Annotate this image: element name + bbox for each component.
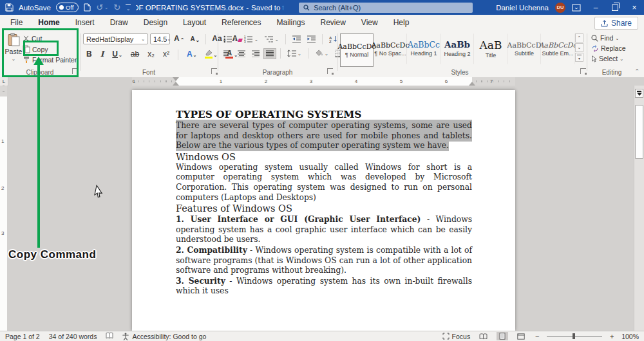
new-document-icon[interactable] xyxy=(84,3,91,12)
zoom-in-button[interactable]: + xyxy=(609,333,615,340)
align-left-button[interactable] xyxy=(222,49,233,59)
page-indicator[interactable]: Page 1 of 2 xyxy=(5,333,40,340)
user-name[interactable]: Daniel Uchenna xyxy=(496,4,549,12)
multilevel-list-button[interactable]: ⌄ xyxy=(263,34,281,44)
web-layout-button[interactable] xyxy=(515,333,527,340)
feature-paragraph[interactable]: 2. Compatibility - Windows operating sys… xyxy=(176,245,472,276)
read-mode-button[interactable] xyxy=(477,333,490,340)
accessibility-checker[interactable]: Accessibility: Good to go xyxy=(122,333,206,340)
style-sample: AaBbCcDc xyxy=(371,42,409,49)
right-indent-marker[interactable] xyxy=(469,82,475,86)
align-center-button[interactable] xyxy=(236,49,247,59)
tab-stop-selector[interactable]: L xyxy=(0,77,8,86)
tab-review[interactable]: Review xyxy=(313,15,354,30)
styles-dialog-launcher[interactable] xyxy=(580,68,586,74)
search-input[interactable]: Search (Alt+Q) xyxy=(299,3,473,13)
subscript-button[interactable]: x₂ xyxy=(146,50,156,59)
print-layout-button[interactable] xyxy=(497,332,508,340)
increase-indent-button[interactable] xyxy=(305,34,317,44)
style-no-spacing[interactable]: AaBbCcDc ¶ No Spac... xyxy=(374,33,407,64)
underline-button[interactable]: U⌄ xyxy=(110,50,124,59)
tab-draw[interactable]: Draw xyxy=(102,15,136,30)
document-heading[interactable]: TYPES OF OPERATING SYSTEMS xyxy=(176,108,472,121)
section-heading-windows-os[interactable]: Windows OS xyxy=(176,151,472,163)
tab-mailings[interactable]: Mailings xyxy=(269,15,312,30)
line-spacing-button[interactable]: ⌄ xyxy=(285,48,303,59)
document-page[interactable]: TYPES OF OPERATING SYSTEMS There are sev… xyxy=(132,90,515,331)
minimize-button[interactable]: – xyxy=(586,0,605,15)
style-normal[interactable]: AaBbCcDc ¶ Normal xyxy=(340,33,374,67)
tab-help[interactable]: Help xyxy=(386,15,417,30)
undo-dropdown-icon[interactable]: ⌄ xyxy=(104,5,108,10)
share-button[interactable]: Share xyxy=(594,17,638,30)
scrollbar-top-button[interactable] xyxy=(635,89,643,98)
tab-design[interactable]: Design xyxy=(136,15,175,30)
style-subtle-emphasis[interactable]: AaBbCcDc Subtle Em... xyxy=(541,33,574,64)
customize-quick-access-button[interactable]: ⌄ xyxy=(126,5,131,11)
tab-layout[interactable]: Layout xyxy=(175,15,214,30)
decrease-indent-button[interactable] xyxy=(290,34,303,44)
zoom-level[interactable]: 100% xyxy=(621,333,639,340)
font-size-combo[interactable]: 14.5 ⌄ xyxy=(150,33,170,44)
superscript-button[interactable]: x² xyxy=(161,50,171,59)
section-heading-features[interactable]: Features of Windows OS xyxy=(176,203,472,214)
style-title[interactable]: AaB Title xyxy=(474,33,507,64)
italic-button[interactable]: I xyxy=(99,50,106,59)
align-right-button[interactable] xyxy=(250,49,261,59)
chevron-down-icon: ⌄ xyxy=(234,37,238,42)
highlight-color-button[interactable]: ⌄ xyxy=(203,50,219,59)
style-name: ¶ No Spac... xyxy=(374,50,406,57)
collapse-ribbon-button[interactable]: ⌃ xyxy=(634,68,639,75)
autosave-toggle[interactable]: Off xyxy=(56,3,79,12)
select-button[interactable]: Select ⌄ xyxy=(591,55,626,62)
grow-font-button[interactable]: A⌃ xyxy=(172,34,186,44)
saved-status[interactable]: Saved to this PC xyxy=(251,4,283,12)
ribbon-display-options-button[interactable] xyxy=(572,4,581,12)
replace-button[interactable]: Replace xyxy=(591,44,626,52)
style-heading-2[interactable]: AaBb Heading 2 xyxy=(440,33,474,64)
styles-scroll-down-button[interactable]: ⌄ xyxy=(575,43,583,52)
styles-scroll-up-button[interactable]: ⌃ xyxy=(575,33,583,42)
style-subtitle[interactable]: AaBbCcD Subtitle xyxy=(507,33,541,64)
first-line-indent-marker[interactable] xyxy=(173,77,179,81)
shrink-font-button[interactable]: A⌄ xyxy=(188,34,202,44)
strikethrough-button[interactable]: ab xyxy=(129,50,141,59)
word-count[interactable]: 34 of 240 words xyxy=(49,333,97,340)
accessibility-icon xyxy=(122,333,129,340)
text-effects-button[interactable]: A⌄ xyxy=(185,50,199,59)
styles-more-button[interactable]: ▾ xyxy=(575,53,583,62)
proofing-button[interactable] xyxy=(106,332,113,340)
undo-button[interactable]: ↺ xyxy=(96,3,103,12)
zoom-out-button[interactable]: − xyxy=(534,333,540,340)
horizontal-ruler[interactable]: 1 1 2 3 4 5 6 7 xyxy=(132,77,515,86)
justify-button[interactable] xyxy=(264,49,276,59)
restore-button[interactable] xyxy=(605,0,625,15)
selected-paragraph[interactable]: There are several types of computer oper… xyxy=(176,121,472,151)
shading-button[interactable]: ⌄ xyxy=(313,48,330,59)
focus-button[interactable]: Focus xyxy=(442,333,471,340)
zoom-slider[interactable] xyxy=(547,336,602,336)
redo-button[interactable]: ↻ xyxy=(113,3,120,12)
bullets-button[interactable]: ⌄ xyxy=(222,34,240,44)
hanging-indent-marker[interactable] xyxy=(173,82,179,86)
feature-paragraph[interactable]: 1. User Interface or GUI (Graphic User I… xyxy=(176,214,472,245)
find-button[interactable]: Find ⌄ xyxy=(591,34,626,42)
print-layout-icon xyxy=(499,333,506,340)
paragraph-dialog-launcher[interactable] xyxy=(327,68,333,74)
numbering-button[interactable]: 123 ⌄ xyxy=(242,34,260,44)
vertical-ruler[interactable]: 1 2 3 xyxy=(0,86,7,331)
font-dialog-launcher[interactable] xyxy=(211,68,217,74)
word-window: AutoSave Off ↺ ⌄ ↻ ⌄ TYPES OF OPERATING … xyxy=(0,0,644,341)
feature-paragraph[interactable]: 3. Security - Windows operating system h… xyxy=(176,276,472,297)
tab-references[interactable]: References xyxy=(214,15,269,30)
scrollbar-thumb[interactable] xyxy=(635,105,643,159)
bold-button[interactable]: B xyxy=(84,50,94,59)
style-heading-1[interactable]: AaBbCc Heading 1 xyxy=(407,33,440,64)
paragraph[interactable]: Windows operating system usually called … xyxy=(176,163,472,203)
tab-view[interactable]: View xyxy=(354,15,386,30)
avatar[interactable]: DU xyxy=(555,3,565,13)
font-name-combo[interactable]: RedHatDisplay ⌄ xyxy=(83,33,148,44)
zoom-slider-thumb[interactable] xyxy=(573,333,575,339)
save-icon[interactable] xyxy=(5,3,14,12)
close-button[interactable]: × xyxy=(625,0,644,15)
